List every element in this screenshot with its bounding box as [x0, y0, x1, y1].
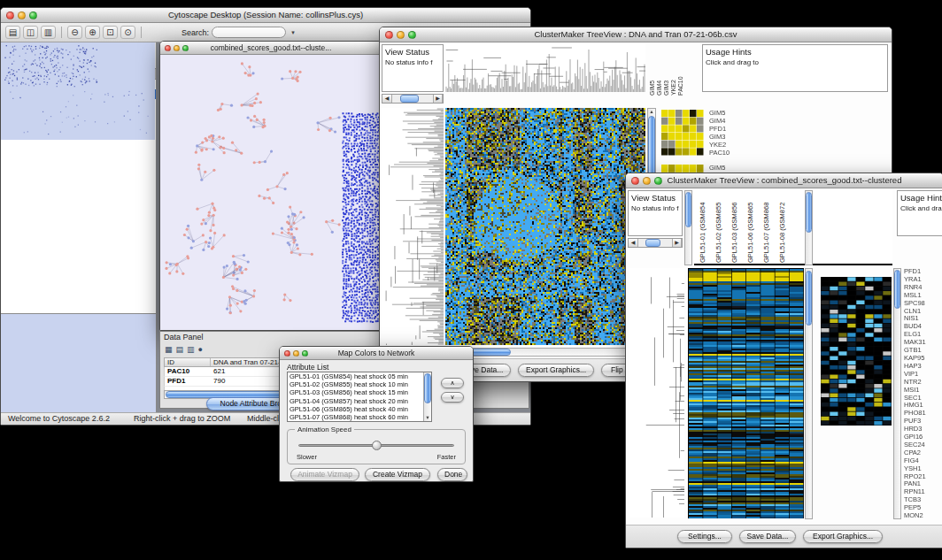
settings-button[interactable]: Settings...	[677, 530, 732, 543]
network-view-titlebar[interactable]: combined_scores_good.txt--cluste...	[160, 42, 382, 55]
scroll-thumb[interactable]	[685, 192, 691, 227]
attribute-list[interactable]: GPL51-01 (GSM854) heat shock 05 minGPL51…	[287, 372, 432, 422]
attribute-list-item[interactable]: GPL51-01 (GSM854) heat shock 05 min	[288, 372, 431, 380]
genelist-vscrollbar[interactable]	[893, 268, 901, 519]
network-graph-canvas[interactable]	[160, 55, 382, 330]
column-label[interactable]: GPL51-07 (GSM868	[763, 192, 770, 263]
maximize-icon[interactable]	[408, 31, 416, 39]
row-dendrogram[interactable]	[629, 268, 684, 518]
dialog-titlebar[interactable]: Map Colors to Network	[280, 347, 473, 360]
minimize-icon[interactable]	[643, 177, 651, 185]
attribute-table-icon[interactable]: ▤	[176, 344, 184, 355]
zoom-selected-icon[interactable]: ⊙	[120, 26, 135, 39]
scroll-right-icon[interactable]: ▶	[433, 95, 443, 103]
zoom-out-icon[interactable]: ⊖	[67, 26, 82, 39]
cluster-summary-heatmap-1[interactable]	[661, 110, 704, 156]
export-graphics-button[interactable]: Export Graphics...	[518, 364, 594, 377]
gene-label[interactable]: MON2	[904, 512, 926, 520]
labels-vscrollbar-right[interactable]	[805, 190, 813, 265]
column-label[interactable]: GIM3	[663, 44, 669, 96]
save-data-button[interactable]: Save Data...	[739, 530, 796, 543]
close-icon[interactable]	[284, 350, 290, 357]
scroll-thumb[interactable]	[645, 239, 660, 247]
main-window-title: Cytoscape Desktop (Session Name: collins…	[1, 8, 530, 22]
column-label[interactable]: GPL51-06 (GSM865	[747, 192, 754, 263]
minimize-icon[interactable]	[18, 12, 26, 19]
maximize-icon[interactable]	[182, 45, 189, 51]
column-label[interactable]: GIM4	[656, 44, 662, 96]
close-icon[interactable]	[6, 12, 14, 19]
print-icon[interactable]: ▥	[41, 26, 56, 39]
column-label[interactable]: PAC10	[677, 44, 683, 96]
close-icon[interactable]	[165, 45, 171, 51]
done-button[interactable]: Done	[437, 468, 467, 481]
scroll-down-icon[interactable]: ▼	[424, 415, 431, 421]
search-dropdown-icon[interactable]: ▾	[289, 29, 297, 36]
heatmap-hscrollbar[interactable]	[445, 348, 645, 357]
column-label[interactable]: YKE2	[670, 44, 676, 96]
close-icon[interactable]	[631, 177, 639, 185]
heatmap-vscrollbar[interactable]	[805, 268, 813, 519]
treeview-combined-titlebar[interactable]: ClusterMaker TreeView : combined_scores_…	[626, 173, 942, 188]
column-dendrogram[interactable]	[445, 44, 645, 92]
scroll-track[interactable]	[638, 239, 672, 247]
scroll-thumb[interactable]	[806, 192, 812, 233]
dendrogram-hscrollbar[interactable]: ◀ ▶	[628, 238, 683, 248]
scroll-thumb[interactable]	[400, 95, 419, 103]
attribute-list-item[interactable]: GPL51-02 (GSM855) heat shock 10 min	[288, 380, 431, 388]
column-label[interactable]: GIM5	[649, 44, 655, 96]
maximize-icon[interactable]	[654, 177, 662, 185]
main-titlebar[interactable]: Cytoscape Desktop (Session Name: collins…	[1, 8, 530, 23]
maximize-icon[interactable]	[29, 12, 37, 19]
column-label[interactable]: GPL51-08 (GSM872	[779, 192, 786, 263]
attribute-list-item[interactable]: GPL51-03 (GSM856) heat shock 15 min	[288, 388, 431, 396]
labels-vscrollbar-left[interactable]	[684, 190, 692, 265]
column-header[interactable]: ID	[165, 358, 211, 366]
dendrogram-hscrollbar[interactable]: ◀ ▶	[382, 94, 444, 104]
network-overview-thumbnail[interactable]	[1, 42, 155, 140]
open-session-icon[interactable]: ▤	[5, 26, 20, 39]
expression-heatmap[interactable]	[445, 108, 645, 345]
column-label[interactable]: GPL51-02 (GSM855	[715, 192, 722, 263]
treeview-dna-titlebar[interactable]: ClusterMaker TreeView : DNA and Tran 07-…	[380, 27, 892, 42]
attribute-grid-icon[interactable]: ▦	[165, 344, 173, 355]
list-vscrollbar[interactable]: ▼	[423, 372, 431, 421]
minimize-icon[interactable]	[293, 350, 299, 357]
slider-thumb[interactable]	[372, 441, 382, 450]
search-input[interactable]	[212, 27, 286, 38]
attribute-list-item[interactable]: GPL51-04 (GSM857) heat shock 20 min	[288, 397, 431, 405]
scroll-thumb[interactable]	[424, 373, 431, 403]
database-icon[interactable]: ●	[198, 344, 203, 355]
attribute-list-item[interactable]: GPL51-06 (GSM865) heat shock 40 min	[288, 405, 431, 413]
map-colors-dialog: Map Colors to Network Attribute List GPL…	[279, 346, 474, 482]
row-dendrogram[interactable]	[382, 108, 444, 345]
expression-heatmap[interactable]	[688, 268, 804, 518]
scroll-left-icon[interactable]: ◀	[382, 95, 392, 103]
minimize-icon[interactable]	[397, 31, 405, 39]
move-down-button[interactable]: ∨	[441, 392, 464, 403]
attribute-matrix-icon[interactable]: ▥	[187, 344, 195, 355]
column-label[interactable]: GPL51-01 (GSM854	[699, 192, 706, 263]
scroll-thumb[interactable]	[894, 270, 900, 309]
minimize-icon[interactable]	[174, 45, 180, 51]
close-icon[interactable]	[385, 31, 393, 39]
scroll-thumb[interactable]	[806, 271, 812, 326]
scroll-left-icon[interactable]: ◀	[629, 239, 638, 247]
scroll-right-icon[interactable]: ▶	[672, 239, 682, 247]
scroll-track[interactable]	[392, 95, 433, 103]
export-graphics-button[interactable]: Export Graphics...	[803, 530, 883, 543]
secondary-heatmap[interactable]	[821, 277, 892, 426]
attribute-list-item[interactable]: GPL51-07 (GSM868) heat shock 60 min	[288, 413, 431, 421]
save-session-icon[interactable]: ◫	[23, 26, 38, 39]
zoom-fit-icon[interactable]: ⊡	[103, 26, 118, 39]
move-up-button[interactable]: ∧	[441, 378, 464, 388]
scroll-up-icon[interactable]: ▲	[648, 109, 655, 115]
create-vizmap-button[interactable]: Create Vizmap	[365, 468, 430, 481]
column-label[interactable]: GPL51-03 (GSM856	[731, 192, 738, 263]
network-overview-panel[interactable]	[1, 313, 156, 412]
maximize-icon[interactable]	[302, 350, 308, 357]
zoom-in-icon[interactable]: ⊕	[85, 26, 100, 39]
gene-label[interactable]: PAC10	[709, 150, 730, 157]
row-value: 621	[211, 367, 225, 376]
animation-speed-slider[interactable]	[298, 444, 454, 447]
